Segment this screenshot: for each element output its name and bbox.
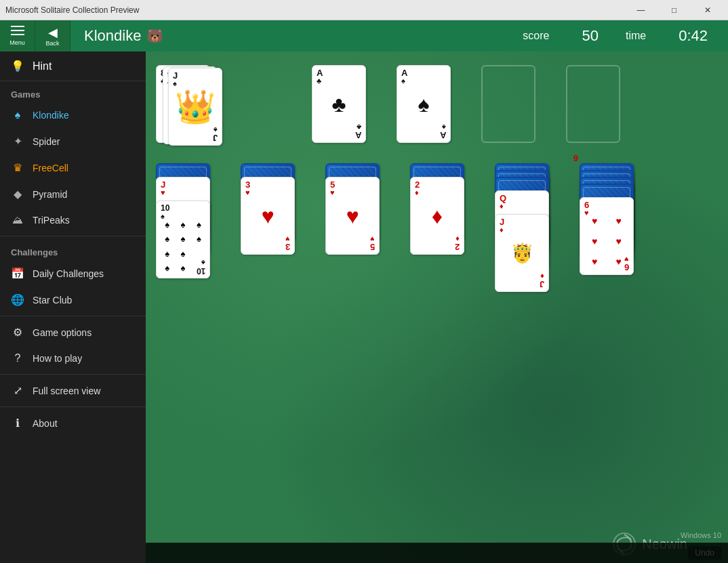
bear-icon: 🐻	[146, 28, 163, 44]
card-9-indicator: 9	[573, 153, 578, 163]
star-club-icon: 🌐	[11, 293, 24, 306]
score-label: score	[523, 30, 549, 42]
daily-challenges-icon: 📅	[11, 267, 24, 280]
divider-3	[0, 374, 146, 375]
sidebar-item-daily-challenges[interactable]: 📅 Daily Challenges	[0, 260, 146, 287]
close-button[interactable]: ✕	[692, 3, 723, 17]
sidebar-item-freecell[interactable]: ♛ FreeCell	[0, 154, 146, 181]
header: Menu ◀ Back Klondike 🐻 score 50 time 0:4…	[0, 20, 728, 51]
score-value: 50	[582, 27, 598, 45]
card-3-hearts[interactable]: 3 ♥ ♥ 3 ♥	[241, 177, 295, 255]
titlebar-controls: — □ ✕	[626, 3, 723, 17]
sidebar-item-tripeaks[interactable]: ⛰ TriPeaks	[0, 207, 146, 233]
sidebar-item-about[interactable]: ℹ About	[0, 410, 146, 436]
time-value: 0:42	[679, 27, 708, 45]
back-button[interactable]: ◀ Back	[35, 20, 70, 51]
card-6-hearts[interactable]: 6 ♥ ♥♥ ♥♥ ♥♥ 6 ♥	[580, 197, 634, 275]
divider-4	[0, 406, 146, 407]
spider-label: Spider	[33, 136, 60, 147]
fullscreen-icon: ⤢	[11, 384, 24, 397]
tripeaks-label: TriPeaks	[33, 215, 70, 226]
stock-pile[interactable]: 8 ♣ 8 ♣ 9 ♣ 9 ♣ J ♠	[156, 65, 217, 153]
challenges-section-label: Challenges	[0, 239, 146, 260]
score-area: score 50 time 0:42	[523, 27, 728, 45]
sidebar: 💡 Hint Games ♠ Klondike ✦ Spider ♛ FreeC…	[0, 51, 146, 563]
divider-2	[0, 316, 146, 316]
minimize-button[interactable]: —	[626, 3, 656, 17]
hint-icon: 💡	[11, 60, 24, 72]
titlebar-title: Microsoft Solitaire Collection Preview	[5, 5, 139, 15]
sidebar-item-how-to-play[interactable]: ? How to play	[0, 346, 146, 371]
titlebar: Microsoft Solitaire Collection Preview —…	[0, 0, 728, 20]
game-title-area: Klondike 🐻	[70, 27, 177, 45]
daily-challenges-label: Daily Challenges	[33, 268, 104, 279]
pyramid-label: Pyramid	[33, 189, 67, 200]
card-A-spades[interactable]: A ♠ ♠ A ♠	[397, 65, 451, 143]
card-5-hearts[interactable]: 5 ♥ ♥ 5 ♥	[325, 177, 380, 255]
time-label: time	[626, 30, 646, 42]
menu-button[interactable]: Menu	[0, 20, 35, 51]
freecell-icon: ♛	[11, 161, 24, 174]
back-label: Back	[45, 40, 59, 47]
star-club-label: Star Club	[33, 295, 72, 306]
sidebar-item-spider[interactable]: ✦ Spider	[0, 128, 146, 154]
card-J-spades[interactable]: J ♠ 👑 J ♠	[168, 68, 222, 146]
about-icon: ℹ	[11, 417, 24, 430]
game-title: Klondike	[84, 27, 141, 45]
game-options-icon: ⚙	[11, 326, 24, 339]
foundation-placeholder-2[interactable]	[566, 65, 620, 143]
how-to-play-icon: ?	[11, 352, 24, 364]
pyramid-icon: ◆	[11, 188, 24, 201]
card-2-diamonds[interactable]: 2 ♦ ♦ 2 ♦	[410, 177, 464, 255]
sidebar-item-klondike[interactable]: ♠ Klondike	[0, 102, 146, 128]
menu-label: Menu	[9, 39, 25, 46]
hamburger-icon	[11, 34, 24, 35]
hamburger-icon	[11, 26, 24, 27]
about-label: About	[33, 418, 58, 429]
hint-item[interactable]: 💡 Hint	[0, 51, 146, 81]
tripeaks-icon: ⛰	[11, 214, 24, 226]
content: 💡 Hint Games ♠ Klondike ✦ Spider ♛ FreeC…	[0, 51, 728, 563]
spider-icon: ✦	[11, 135, 24, 148]
sidebar-item-star-club[interactable]: 🌐 Star Club	[0, 287, 146, 313]
freecell-label: FreeCell	[33, 163, 68, 173]
sidebar-item-pyramid[interactable]: ◆ Pyramid	[0, 181, 146, 207]
card-10-spades[interactable]: 10 ♠ ♠♠♠ ♠♠♠ ♠♠ ♠♠ 10 ♠	[156, 201, 210, 278]
fullscreen-label: Full screen view	[33, 385, 100, 396]
how-to-play-label: How to play	[33, 353, 82, 364]
foundation-placeholder-1[interactable]	[481, 65, 535, 143]
game-options-label: Game options	[33, 327, 92, 338]
klondike-label: Klondike	[33, 110, 69, 121]
game-area[interactable]: 8 ♣ 8 ♣ 9 ♣ 9 ♣ J ♠	[146, 51, 728, 563]
maximize-button[interactable]: □	[659, 3, 689, 17]
sidebar-item-fullscreen[interactable]: ⤢ Full screen view	[0, 377, 146, 404]
windows-watermark: Windows 10	[681, 531, 721, 539]
app: Menu ◀ Back Klondike 🐻 score 50 time 0:4…	[0, 20, 728, 563]
games-section-label: Games	[0, 81, 146, 102]
card-J-diamonds[interactable]: J ♦ 🤴 J ♦	[495, 214, 549, 292]
klondike-icon: ♠	[11, 109, 24, 121]
hamburger-icon	[11, 30, 24, 31]
hint-label: Hint	[33, 60, 52, 72]
divider-1	[0, 236, 146, 236]
card-A-clubs[interactable]: A ♣ ♣ A ♣	[312, 65, 366, 143]
sidebar-item-game-options[interactable]: ⚙ Game options	[0, 319, 146, 346]
